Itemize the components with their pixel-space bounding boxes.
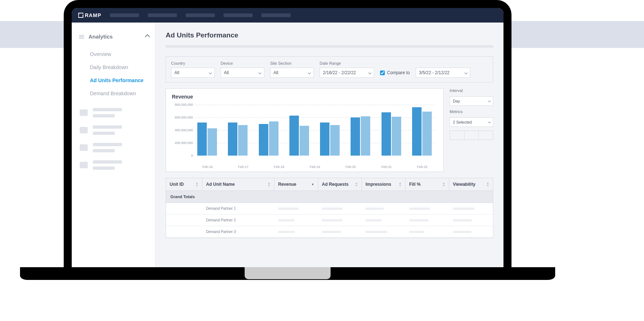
hamburger-icon [79,35,84,39]
col-unit-id[interactable]: Unit ID▲▼ [166,178,202,190]
interval-select[interactable]: Day [450,96,493,106]
metrics-label: Metrics [450,109,493,114]
sidebar-item-daily-breakdown[interactable]: Daily Breakdown [79,61,149,74]
brand-logo: RAMP [78,12,101,18]
site-section-select[interactable]: All [270,68,314,78]
chevron-down-icon [488,100,491,102]
sidebar-section-label: Analytics [88,33,113,40]
sidebar-ghost-item[interactable] [79,143,149,152]
sidebar-ghost-item[interactable] [79,160,149,170]
sidebar-ghost-item[interactable] [79,125,149,135]
sidebar-item-overview[interactable]: Overview [79,48,149,61]
chart-plot-area: 0200,000,000400,000,000600,000,000800,00… [195,105,435,163]
table-row[interactable]: Demand Partner 3 [166,226,493,238]
table-row[interactable]: Demand Partner 1 [166,203,493,214]
bar-group [289,105,310,156]
nav-item-placeholder[interactable] [148,13,177,17]
table-header: Unit ID▲▼ Ad Unit Name▲▼ Revenue▼ Ad Req… [166,178,493,191]
page-title: Ad Units Performance [166,31,493,39]
filters-bar: Country All Device All Site Section All [166,56,493,83]
table-row[interactable]: Demand Partner 2 [166,214,493,226]
col-revenue[interactable]: Revenue▼ [274,178,318,190]
revenue-chart-card: Revenue 0200,000,000400,000,000600,000,0… [166,88,444,172]
top-nav: RAMP [72,8,503,23]
country-select[interactable]: All [171,68,215,78]
sidebar-item-demand-breakdown[interactable]: Demand Breakdown [79,87,149,100]
filter-label-country: Country [171,61,215,65]
nav-item-placeholder[interactable] [186,13,215,17]
compare-range-select[interactable]: 3/5/22 - 2/12/22 [416,68,470,78]
list-icon [80,162,88,168]
bar-group [320,105,340,156]
compare-checkbox[interactable] [380,71,385,75]
chevron-down-icon [209,71,212,74]
filter-label-date-range: Date Range [320,61,374,65]
chevron-down-icon [308,71,311,74]
logo-icon [78,13,83,18]
sidebar: Analytics Overview Daily Breakdown Ad Un… [72,23,155,267]
sidebar-ghost-item[interactable] [79,108,149,117]
filter-label-site-section: Site Section [270,61,314,65]
col-viewability[interactable]: Viewability▲▼ [449,178,493,190]
chevron-down-icon [258,71,261,74]
bar-group [259,105,279,156]
bar-group [228,105,248,156]
interval-label: Interval [450,88,493,93]
chart-side-controls: Interval Day Metrics 2 Selected [450,88,493,172]
chart-legend-swatch [450,131,493,140]
col-impressions[interactable]: Impressions▲▼ [362,178,406,190]
chart-title: Revenue [172,94,438,100]
chevron-down-icon [368,71,371,74]
col-ad-unit-name[interactable]: Ad Unit Name▲▼ [202,178,274,190]
chevron-up-icon [145,34,150,39]
divider [166,45,493,48]
chevron-down-icon [464,71,467,74]
main-content: Ad Units Performance Country All Device … [155,23,503,267]
bar-group [197,105,218,156]
compare-label: Compare to [387,70,410,75]
metrics-select[interactable]: 2 Selected [450,117,493,127]
device-select[interactable]: All [221,68,264,78]
video-icon [80,109,88,116]
laptop-frame: RAMP Analytics Overview Daily Breakdown [64,0,511,276]
sidebar-section-analytics[interactable]: Analytics [79,33,149,40]
grand-totals-row: Grand Totals [166,191,493,203]
chevron-down-icon [488,121,491,123]
sidebar-item-ad-units-performance[interactable]: Ad Units Performance [79,74,149,87]
nav-item-placeholder[interactable] [110,13,139,17]
chart-line-icon [80,127,88,133]
bar-group [351,105,371,156]
date-range-select[interactable]: 2/16/22 - 2/22/22 [320,68,374,78]
col-ad-requests[interactable]: Ad Requests▲▼ [318,178,362,190]
brand-text: RAMP [85,12,101,18]
nav-item-placeholder[interactable] [261,13,291,17]
ad-units-table: Unit ID▲▼ Ad Unit Name▲▼ Revenue▼ Ad Req… [166,178,493,238]
bar-group [382,105,402,156]
gears-icon [80,144,88,151]
nav-item-placeholder[interactable] [224,13,253,17]
filter-label-device: Device [221,61,264,65]
col-fill[interactable]: Fill %▲▼ [406,178,449,190]
